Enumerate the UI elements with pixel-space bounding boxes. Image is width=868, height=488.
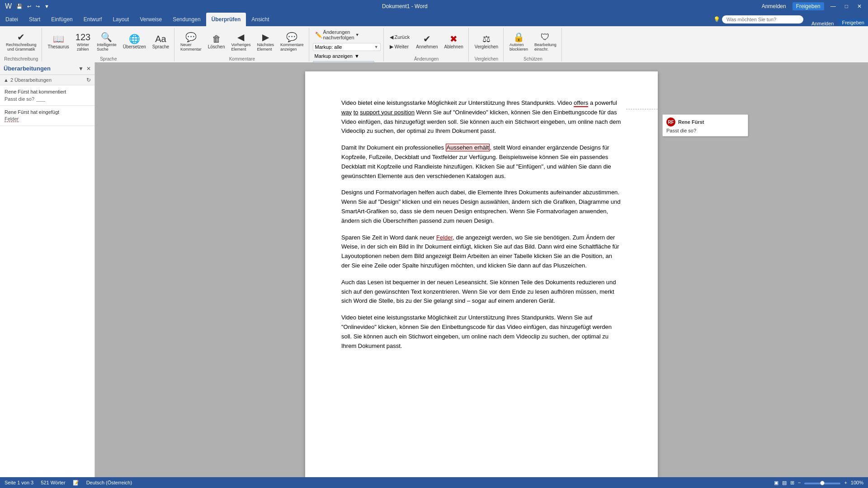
schuetzen-group-label: Schützen	[524, 56, 542, 61]
markup-anzeigen-row[interactable]: Markup anzeigen ▼	[313, 52, 361, 60]
felder-inserted: Felder	[436, 234, 453, 241]
status-spelling-icon: 📝	[73, 480, 79, 486]
tab-datei[interactable]: Datei	[0, 13, 24, 26]
tab-entwurf[interactable]: Entwurf	[78, 13, 108, 26]
uebersetzen-btn[interactable]: 🌐 Übersetzen	[121, 33, 148, 51]
ablehnen-btn[interactable]: ✖ Ablehnen	[442, 33, 466, 51]
markup-select[interactable]: Markup: alle ▼	[313, 43, 381, 51]
vergleichen-group-label: Vergleichen	[475, 56, 498, 61]
document-page[interactable]: Video bietet eine leistungsstarke Möglic…	[305, 71, 658, 477]
neuer-kommentar-btn[interactable]: 💬 NeuerKommentar	[178, 31, 204, 53]
aenderungen-nachfolgen-btn[interactable]: ✏️ Änderungennachverfolgen ▼	[313, 28, 362, 42]
revision-comment-text: Passt die so?	[5, 96, 34, 102]
status-zoom-bar[interactable]	[804, 483, 840, 484]
tab-sendungen[interactable]: Sendungen	[167, 13, 206, 26]
comment-input[interactable]	[36, 96, 45, 102]
kommentare-anzeigen-btn[interactable]: 💬 Kommentareanzeigen	[278, 31, 306, 53]
rechtschreibung-btn[interactable]: ✔ Rechtschreibungund Grammatik	[4, 31, 39, 53]
zurueck-btn[interactable]: ◀ Zurück	[387, 33, 412, 42]
status-zoom-out[interactable]: −	[798, 480, 801, 485]
tab-verweise[interactable]: Verweise	[134, 13, 167, 26]
status-view-read[interactable]: ▤	[782, 480, 787, 486]
annehmen-icon: ✔	[423, 34, 431, 43]
tab-ueberpruefen[interactable]: Überprüfen	[206, 13, 246, 26]
vorheriges-element-btn[interactable]: ◀ VorherigesElement	[229, 31, 253, 53]
aenderungen-group-label: Änderungen	[414, 56, 439, 61]
sidebar-close-icon[interactable]: ✕	[86, 66, 91, 72]
close-btn[interactable]: ✕	[854, 2, 864, 10]
annehmen-btn[interactable]: ✔ Annehmen	[414, 33, 440, 51]
ribbon-group-kommentare: 💬 NeuerKommentar 🗑 Löschen ◀ VorherigesE…	[175, 28, 309, 61]
sidebar-refresh-icon[interactable]: ↻	[86, 77, 91, 83]
rechtschreibung-icon: ✔	[17, 33, 25, 42]
freigeben-label[interactable]: Freigeben	[838, 19, 868, 26]
status-view-normal[interactable]: ▣	[774, 480, 778, 486]
revision-insert-text: Felder	[5, 116, 19, 122]
tab-einfuegen[interactable]: Einfügen	[46, 13, 78, 26]
sidebar-title: Überarbeitungen	[4, 65, 51, 72]
naechstes-element-btn[interactable]: ▶ NächstesElement	[255, 31, 276, 53]
thesaurus-btn[interactable]: 📖 Thesaurus	[46, 33, 71, 51]
autoren-icon: 🔒	[513, 33, 524, 42]
search-input[interactable]	[722, 15, 803, 23]
aussehen-text: Aussehen erhält	[446, 144, 490, 151]
comment-balloon-area: RF Rene Fürst Passt die so?	[662, 96, 762, 136]
maximize-btn[interactable]: □	[842, 2, 851, 10]
neuer-text: neuer	[420, 234, 434, 241]
weiter-icon: ▶	[390, 44, 393, 50]
status-page: Seite 1 von 3	[5, 480, 33, 485]
vergleichen-btn[interactable]: ⚖ Vergleichen	[472, 33, 500, 51]
ribbon-group-schuetzen: 🔒 Autorenblockieren 🛡 Bearbeitungeinschr…	[505, 28, 562, 61]
status-words: 521 Wörter	[41, 480, 65, 485]
sidebar-expand-icon[interactable]: ▲	[4, 77, 9, 83]
zoom-handle[interactable]	[820, 481, 825, 485]
neuer-kommentar-icon: 💬	[185, 33, 197, 42]
tab-start[interactable]: Start	[24, 13, 46, 26]
ribbon-search-area: 💡	[713, 15, 803, 23]
app-layout: Überarbeitungen ▼ ✕ ▲ 2 Überarbeitungen …	[0, 62, 868, 477]
vorheriges-icon: ◀	[237, 33, 244, 42]
sprache-btn[interactable]: Aa Sprache	[150, 33, 171, 51]
ribbon-group-vergleichen: ⚖ Vergleichen Vergleichen	[470, 28, 504, 61]
way-text: way	[341, 109, 352, 116]
minimize-btn[interactable]: —	[828, 2, 839, 10]
customize-qa-btn[interactable]: ▼	[43, 3, 51, 10]
sidebar-chevron-icon[interactable]: ▼	[78, 66, 84, 72]
sprache-icon: Aa	[155, 34, 166, 43]
title-bar: W 💾 ↩ ↪ ▼ Dokument1 - Word Anmelden Frei…	[0, 0, 868, 13]
sign-in-btn[interactable]: Anmelden	[759, 2, 789, 10]
woerter-zaehlen-btn[interactable]: 123 Wörterzählen	[73, 31, 93, 53]
sidebar: Überarbeitungen ▼ ✕ ▲ 2 Überarbeitungen …	[0, 62, 95, 477]
sprache-group-label: Sprache	[100, 56, 117, 61]
loeschen-icon: 🗑	[212, 34, 221, 43]
revision-item-insert[interactable]: Rene Fürst hat eingefügt Felder	[0, 106, 94, 126]
status-bar: Seite 1 von 3 521 Wörter 📝 Deutsch (Öste…	[0, 477, 868, 488]
tab-layout[interactable]: Layout	[107, 13, 134, 26]
status-view-web[interactable]: ⊞	[790, 480, 794, 486]
redo-btn[interactable]: ↪	[34, 3, 41, 10]
ribbon-group-aenderungen: ◀ Zurück ▶ Weiter ✔ Annehmen ✖ Ablehnen …	[385, 28, 469, 61]
share-btn[interactable]: Freigeben	[793, 2, 824, 10]
zurueck-icon: ◀	[390, 34, 393, 40]
comment-text: Passt die so?	[666, 128, 744, 133]
revision-item-comment[interactable]: Rene Fürst hat kommentiert Passt die so?	[0, 85, 94, 106]
loeschen-btn[interactable]: 🗑 Löschen	[206, 33, 227, 51]
undo-btn[interactable]: ↩	[26, 3, 33, 10]
bearbeitung-einschr-btn[interactable]: 🛡 Bearbeitungeinschr.	[532, 31, 559, 53]
title-bar-right: Anmelden Freigeben — □ ✕	[759, 2, 864, 10]
rechtschreibung-group-label: Rechtschreibung	[4, 56, 38, 61]
window-title: Dokument1 - Word	[382, 3, 427, 9]
to-text: to	[354, 109, 359, 116]
autoren-blockieren-btn[interactable]: 🔒 Autorenblockieren	[507, 31, 530, 53]
weiter-btn[interactable]: ▶ Weiter	[387, 42, 412, 51]
status-zoom-in[interactable]: +	[844, 480, 847, 485]
offers-word: offers	[574, 99, 588, 107]
tab-ansicht[interactable]: Ansicht	[246, 13, 274, 26]
uebersetzen-icon: 🌐	[129, 34, 140, 43]
sign-in-label[interactable]: Anmelden	[811, 21, 834, 26]
save-quick-btn[interactable]: 💾	[15, 3, 24, 10]
kommentare-group-label: Kommentare	[229, 56, 255, 61]
ribbon-tabs: Datei Start Einfügen Entwurf Layout Verw…	[0, 13, 868, 26]
title-bar-left: W 💾 ↩ ↪ ▼	[4, 1, 51, 11]
intelligente-suche-btn[interactable]: 🔍 IntelligenteSuche	[94, 31, 119, 53]
